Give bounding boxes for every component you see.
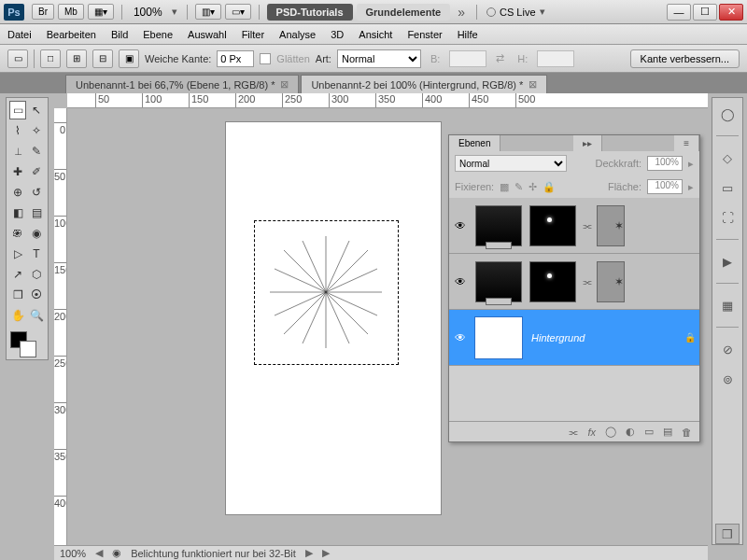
new-layer-icon[interactable]: ▤ — [663, 426, 672, 438]
layer-row-bg[interactable]: 👁 Hintergrund 🔒 — [449, 310, 699, 366]
shape-tool[interactable]: ⬡ — [28, 265, 45, 284]
zoom-display[interactable]: 100% — [134, 6, 162, 19]
opacity-flyout[interactable]: ▸ — [688, 158, 694, 170]
status-zoom[interactable]: 100% — [60, 548, 86, 559]
move-tool[interactable]: ↖ — [28, 101, 45, 119]
menu-analyse[interactable]: Analyse — [279, 29, 316, 40]
lock-all-icon[interactable]: 🔒 — [543, 181, 556, 193]
transform-panel-icon[interactable]: ◇ — [717, 147, 738, 168]
eraser-tool[interactable]: ◧ — [9, 203, 26, 222]
mask-icon[interactable]: ◯ — [605, 426, 616, 438]
feather-input[interactable] — [217, 50, 254, 67]
workspace-tab-grund[interactable]: Grundelemente — [357, 4, 451, 21]
3d-tool[interactable]: ❒ — [9, 286, 26, 304]
visibility-icon[interactable]: 👁 — [449, 275, 472, 288]
ruler-vertical[interactable]: 050100150200250300350400 — [54, 108, 67, 545]
heal-tool[interactable]: ✚ — [9, 162, 26, 181]
canvas[interactable] — [226, 122, 441, 514]
doc-tab-1[interactable]: Unbenannt-1 bei 66,7% (Ebene 1, RGB/8) *… — [65, 75, 299, 93]
path-tool[interactable]: ↗ — [9, 265, 26, 284]
link-icon[interactable]: ⫘ — [580, 220, 593, 231]
link-layers-icon[interactable]: ⫘ — [568, 427, 578, 438]
menu-bild[interactable]: Bild — [111, 29, 128, 40]
adjustment-icon[interactable]: ◐ — [626, 426, 635, 438]
doc-tab-2-close[interactable]: ⊠ — [529, 78, 537, 91]
menu-datei[interactable]: Datei — [7, 29, 32, 40]
smart-thumb[interactable] — [597, 261, 625, 302]
visibility-icon[interactable]: 👁 — [449, 219, 472, 232]
lock-brush-icon[interactable]: ✎ — [514, 181, 523, 193]
history-brush-tool[interactable]: ↺ — [28, 183, 45, 202]
stamp-panel-icon[interactable]: ⛶ — [717, 207, 738, 228]
color-panel-icon[interactable]: ◯ — [717, 104, 738, 124]
doc-tab-1-close[interactable]: ⊠ — [280, 78, 289, 91]
color-swatches[interactable] — [8, 329, 46, 357]
layers-dock-icon[interactable]: ❒ — [715, 524, 740, 544]
screen-mode-button[interactable]: ▦▾ — [88, 4, 114, 20]
smart-thumb[interactable] — [597, 205, 625, 246]
menu-filter[interactable]: Filter — [242, 29, 264, 40]
screenmode2-button[interactable]: ▭▾ — [225, 4, 251, 20]
hand-tool[interactable]: ✋ — [9, 306, 26, 325]
zoom-tool[interactable]: 🔍 — [28, 306, 45, 325]
wand-tool[interactable]: ✧ — [28, 121, 45, 140]
style-select[interactable]: Normal — [337, 49, 421, 68]
target-panel-icon[interactable]: ⊚ — [717, 369, 738, 389]
arrange-button[interactable]: ▥▾ — [195, 4, 221, 20]
status-menu-arrow[interactable]: ▶ — [322, 547, 330, 559]
cslive-button[interactable]: CS Live ▾ — [486, 6, 545, 18]
blend-mode-select[interactable]: Normal — [455, 155, 567, 172]
menu-ansicht[interactable]: Ansicht — [359, 29, 392, 40]
lock-pixels-icon[interactable]: ▩ — [500, 181, 509, 193]
adjustment-thumb[interactable] — [475, 205, 522, 246]
swatches-panel-icon[interactable]: ▦ — [717, 295, 738, 315]
workspace-tab-psd[interactable]: PSD-Tutorials — [267, 4, 353, 21]
layer-row-2[interactable]: 👁 ⫘ — [449, 254, 699, 310]
selection-subtract[interactable]: ⊟ — [92, 49, 113, 68]
doc-tab-2[interactable]: Unbenannt-2 bei 100% (Hintergrund, RGB/8… — [301, 75, 547, 93]
link-icon[interactable]: ⫘ — [580, 276, 593, 287]
menu-3d[interactable]: 3D — [331, 29, 344, 40]
status-left-arrow[interactable]: ◀ — [95, 547, 103, 559]
blocked-panel-icon[interactable]: ⊘ — [717, 339, 738, 359]
layers-panel[interactable]: Ebenen ▸▸ ≡ Normal Deckkraft: 100% ▸ Fix… — [448, 134, 700, 442]
menu-fenster[interactable]: Fenster — [407, 29, 442, 40]
close-button[interactable]: ✕ — [719, 4, 743, 21]
delete-layer-icon[interactable]: 🗑 — [682, 427, 692, 438]
lasso-tool[interactable]: ⌇ — [9, 121, 26, 140]
refine-edge-button[interactable]: Kante verbessern... — [630, 49, 740, 68]
mask-thumb[interactable] — [529, 261, 576, 302]
menu-hilfe[interactable]: Hilfe — [458, 29, 478, 40]
status-right-arrow[interactable]: ▶ — [305, 547, 313, 559]
tool-preset[interactable]: ▭ — [7, 49, 28, 68]
fill-value[interactable]: 100% — [647, 179, 683, 194]
marquee-tool[interactable]: ▭ — [9, 101, 26, 119]
layer-row-1[interactable]: 👁 ⫘ — [449, 198, 699, 254]
zoom-dropdown[interactable]: ▾ — [168, 6, 181, 18]
fx-icon[interactable]: fx — [587, 427, 596, 438]
selection-add[interactable]: ⊞ — [66, 49, 87, 68]
mask-thumb[interactable] — [529, 205, 576, 246]
visibility-icon[interactable]: 👁 — [449, 331, 472, 344]
camera-tool[interactable]: ⦿ — [28, 286, 45, 304]
menu-ebene[interactable]: Ebene — [143, 29, 173, 40]
selection-new[interactable]: □ — [40, 49, 61, 68]
fill-flyout[interactable]: ▸ — [688, 181, 694, 193]
layer-thumb[interactable] — [475, 317, 522, 358]
crop-tool[interactable]: ⟂ — [9, 142, 26, 161]
type-tool[interactable]: T — [28, 245, 45, 263]
align-panel-icon[interactable]: ▭ — [717, 177, 738, 198]
layers-tab[interactable]: Ebenen — [449, 135, 500, 151]
minibridge-button[interactable]: Mb — [58, 4, 84, 20]
pen-tool[interactable]: ▷ — [9, 245, 26, 263]
lock-move-icon[interactable]: ✢ — [529, 181, 537, 193]
background-swatch[interactable] — [20, 341, 36, 357]
maximize-button[interactable]: ☐ — [693, 4, 717, 21]
bridge-button[interactable]: Br — [32, 4, 54, 20]
selection-intersect[interactable]: ▣ — [119, 49, 139, 68]
layer-name[interactable]: Hintergrund — [526, 332, 681, 343]
ps-logo[interactable]: Ps — [4, 4, 24, 21]
group-icon[interactable]: ▭ — [644, 426, 654, 438]
gradient-tool[interactable]: ▤ — [28, 203, 45, 222]
menu-auswahl[interactable]: Auswahl — [188, 29, 227, 40]
